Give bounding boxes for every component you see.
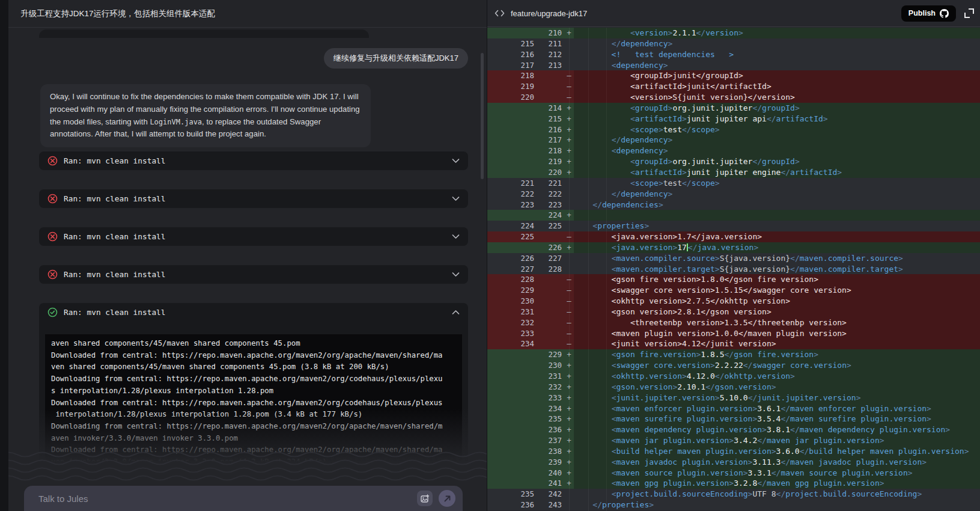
diff-sign: +: [562, 242, 574, 253]
old-line-number: [487, 468, 534, 479]
diff-sign: +: [562, 478, 574, 489]
diff-sign: +: [562, 135, 574, 145]
diff-row: 241+ <maven gpg plugin.version>3.2.8</ma…: [487, 478, 980, 489]
diff-gutter: 225—: [487, 231, 574, 242]
diff-row: 235242 <project.build.sourceEncoding>UTF…: [487, 489, 980, 500]
diff-row: 226+ <java.version>17</java.version>: [487, 242, 980, 253]
diff-sign: +: [562, 114, 574, 124]
code-line: <maven surefire plugin.version>3.5.4</ma…: [574, 414, 980, 424]
diff-gutter: 219+: [487, 156, 574, 167]
diff-gutter: 233+: [487, 393, 574, 403]
old-line-number: [487, 28, 534, 38]
diff-sign: [562, 221, 574, 231]
new-line-number: 231: [534, 371, 562, 382]
diff-row: 224+: [487, 210, 980, 221]
diff-row: 214+ <groupId>org.junit.jupiter</groupId…: [487, 103, 980, 114]
diff-sign: —: [562, 296, 574, 307]
new-line-number: [534, 307, 562, 317]
code-line: <build helper maven plugin.version>3.6.0…: [574, 446, 980, 457]
diff-gutter: 229—: [487, 285, 574, 296]
error-circle-icon: [47, 231, 58, 242]
diff-gutter: 231+: [487, 371, 574, 382]
new-line-number: [534, 92, 562, 103]
code-line: <version>2.1.1</version>: [574, 28, 980, 38]
code-line: <maven jar plugin.version>3.4.2</maven j…: [574, 435, 980, 446]
new-line-number: 241: [534, 478, 562, 489]
diff-sign: —: [562, 231, 574, 242]
assistant-inline-code: LoginVM.java: [150, 118, 202, 126]
new-line-number: 226: [534, 242, 562, 253]
chevron-down-icon[interactable]: [452, 234, 460, 239]
diff-row: 222222 </dependency>: [487, 189, 980, 200]
chevron-down-icon[interactable]: [452, 158, 460, 164]
user-message-bubble: 继续修复与升级相关依赖适配JDK17: [324, 48, 468, 69]
old-line-number: [487, 167, 534, 178]
run-card[interactable]: Ran: mvn clean install: [39, 189, 468, 208]
publish-button[interactable]: Publish: [901, 5, 956, 22]
diff-gutter: 226227: [487, 253, 574, 264]
code-line: <artifactId>junit jupiter engine</artifa…: [574, 167, 980, 178]
terminal-line: s interpolation/1.28/plexus interpolatio…: [51, 385, 456, 397]
diff-sign: [562, 38, 574, 49]
terminal-line: Downloaded from central: https://repo.ma…: [51, 350, 456, 362]
old-line-number: [487, 242, 534, 253]
new-line-number: 234: [534, 403, 562, 414]
diff-sign: +: [562, 349, 574, 360]
diff-gutter: 221221: [487, 178, 574, 189]
diff-row: 210+ <version>2.1.1</version>: [487, 28, 980, 38]
code-icon: [495, 9, 505, 17]
old-line-number: 220: [487, 92, 534, 103]
diff-sign: —: [562, 307, 574, 317]
chevron-down-icon[interactable]: [452, 272, 460, 277]
run-card[interactable]: Ran: mvn clean install: [39, 227, 468, 246]
old-line-number: 236: [487, 500, 534, 510]
run-card-expanded[interactable]: Ran: mvn clean install aven shared compo…: [39, 303, 468, 479]
expand-icon[interactable]: [964, 8, 974, 18]
assistant-message-bubble: Okay, I will continue to fix the depende…: [40, 84, 371, 147]
diff-sign: —: [562, 92, 574, 103]
old-line-number: 217: [487, 60, 534, 71]
new-line-number: 235: [534, 414, 562, 424]
diff-sign: +: [562, 446, 574, 457]
new-line-number: 211: [534, 38, 562, 49]
diff-sign: —: [562, 81, 574, 92]
run-card-header[interactable]: Ran: mvn clean install: [39, 303, 468, 322]
code-line: <maven.compiler.target>S{java.version}</…: [574, 264, 980, 275]
run-card[interactable]: Ran: mvn clean install: [39, 151, 468, 170]
diff-row: 235+ <maven surefire plugin.version>3.5.…: [487, 414, 980, 424]
new-line-number: 219: [534, 156, 562, 167]
diff-gutter: 231—: [487, 307, 574, 317]
diff-gutter: 224225: [487, 221, 574, 231]
run-label: Ran: mvn clean install: [64, 232, 166, 241]
diff-gutter: 227228: [487, 264, 574, 275]
run-card[interactable]: Ran: mvn clean install: [39, 265, 468, 284]
attach-image-button[interactable]: [417, 491, 433, 506]
task-title: 升级工程支持JDK17运行环境，包括相关组件版本适配: [20, 8, 215, 19]
diff-row: 218— <groupId>junit</groupId>: [487, 70, 980, 81]
diff-row: 218+ <dependency>: [487, 145, 980, 156]
run-label: Ran: mvn clean install: [64, 308, 166, 317]
new-line-number: 243: [534, 500, 562, 510]
chat-scrollbar[interactable]: [481, 53, 484, 179]
success-circle-icon: [47, 307, 58, 317]
diff-gutter: 215211: [487, 38, 574, 49]
chevron-up-icon[interactable]: [452, 310, 460, 315]
old-line-number: [487, 414, 534, 424]
code-line: <gson fire.version>1.8.5</gson fire.vers…: [574, 349, 980, 360]
composer-bar[interactable]: Talk to Jules: [24, 486, 463, 511]
terminal-line: aven shared components/45/maven shared c…: [51, 338, 456, 350]
code-line: <gson.version>2.10.1</gson.version>: [574, 382, 980, 393]
new-line-number: 223: [534, 200, 562, 210]
code-line: </dependency>: [574, 135, 980, 145]
diff-row: 230+ <swagger core.version>2.2.22</swagg…: [487, 360, 980, 371]
composer-input[interactable]: Talk to Jules: [38, 494, 88, 504]
terminal-line: ven invoker/3.3.0/maven invoker 3.3.0.po…: [51, 456, 456, 468]
send-button[interactable]: [439, 490, 455, 507]
new-line-number: 239: [534, 457, 562, 468]
diff-row: 216212 <! test dependencies >: [487, 49, 980, 60]
diff-gutter: 230+: [487, 360, 574, 371]
diff-sign: —: [562, 274, 574, 285]
diff-sign: +: [562, 468, 574, 479]
chevron-down-icon[interactable]: [452, 196, 460, 201]
code-line: <dependency>: [574, 60, 980, 71]
